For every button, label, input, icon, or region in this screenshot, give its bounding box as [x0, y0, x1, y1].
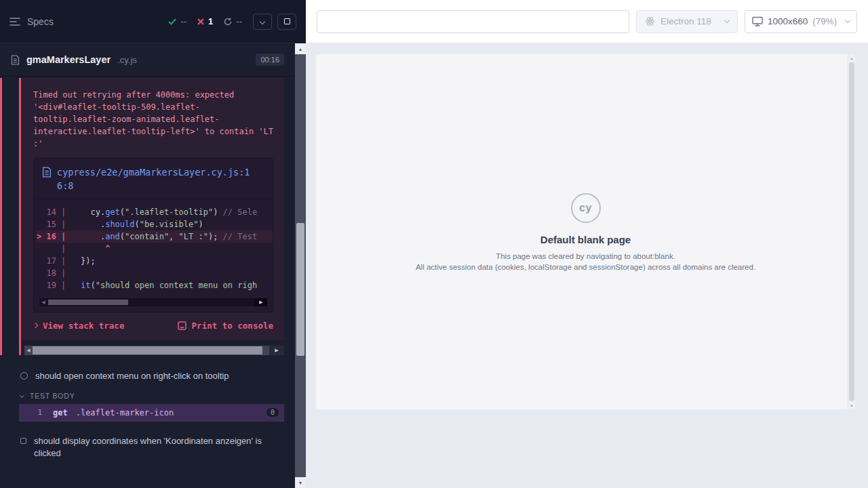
aut-iframe-panel: cy Default blank page This page was clea…: [316, 54, 855, 409]
runner-header: Electron 118 1000x660 (79%): [306, 0, 868, 43]
spec-duration-badge: 00:16: [256, 54, 284, 66]
aut-vertical-scrollbar[interactable]: ▲ ▼: [848, 54, 855, 409]
x-icon: [197, 18, 204, 25]
reporter-header: Specs -- 1 --: [0, 0, 306, 43]
error-actions: View stack trace Print to console: [33, 321, 273, 331]
stop-icon: [284, 18, 290, 24]
viewport-selector[interactable]: 1000x660 (79%): [745, 10, 857, 33]
aut-scrollbar-thumb[interactable]: [849, 62, 854, 401]
spec-name: gmaMarkersLayer: [26, 54, 111, 65]
blank-page-title: Default blank page: [540, 234, 631, 245]
code-frame-file-link[interactable]: cypress/e2e/gmaMarkersLayer.cy.js:16:8: [34, 159, 273, 199]
command-message: .leaflet-marker-icon: [76, 408, 174, 418]
print-console-label: Print to console: [192, 321, 273, 331]
test-body-label: TEST BODY: [30, 392, 75, 400]
chevron-down-icon: [20, 393, 24, 398]
stat-passed: --: [168, 16, 186, 26]
pending-count: --: [236, 16, 242, 26]
cypress-app: Specs -- 1 --: [0, 0, 868, 488]
specs-list-icon: [9, 17, 20, 26]
attempt-scrollbar-thumb[interactable]: [33, 346, 262, 354]
stack-trace-label: View stack trace: [43, 321, 124, 331]
failed-count: 1: [208, 16, 213, 26]
stat-pending: --: [224, 16, 242, 26]
passed-count: --: [180, 16, 186, 26]
reporter-sidebar: Specs -- 1 --: [0, 0, 306, 488]
test-running-icon: [20, 372, 28, 380]
default-blank-page: cy Default blank page This page was clea…: [316, 54, 855, 409]
print-console-icon: [178, 321, 186, 330]
test-list: should open context menu on right-click …: [0, 366, 295, 464]
collapse-all-button[interactable]: [253, 14, 272, 30]
error-panel: Timed out retrying after 4000ms: expecte…: [21, 78, 284, 340]
test-body-header[interactable]: TEST BODY: [20, 392, 295, 400]
code-frame: cypress/e2e/gmaMarkersLayer.cy.js:16:8 1…: [33, 158, 273, 312]
failed-attempt: Timed out retrying after 4000ms: expecte…: [0, 77, 295, 355]
specs-menu-button[interactable]: Specs: [9, 16, 54, 27]
reporter-controls: [253, 14, 296, 30]
scroll-right-icon[interactable]: ▶: [255, 298, 267, 306]
url-input[interactable]: [317, 10, 629, 33]
cypress-logo: cy: [571, 193, 601, 223]
scroll-left-icon[interactable]: ◀: [24, 348, 33, 353]
spec-file-icon: [11, 55, 20, 65]
check-icon: [168, 18, 176, 25]
electron-icon: [645, 16, 655, 26]
scroll-up-icon[interactable]: ▲: [848, 54, 855, 62]
command-log-row[interactable]: 1 get .leaflet-marker-icon 0: [19, 404, 284, 422]
stat-failed: 1: [197, 16, 213, 26]
view-stack-trace-button[interactable]: View stack trace: [33, 321, 124, 331]
monitor-icon: [752, 16, 763, 26]
test-title: should open context menu on right-click …: [35, 370, 229, 382]
file-icon: [42, 167, 52, 178]
chevron-right-icon: [33, 323, 38, 328]
stop-button[interactable]: [277, 14, 296, 30]
specs-label: Specs: [27, 16, 54, 27]
reporter-vertical-scrollbar[interactable]: ▲ ▼: [295, 43, 306, 488]
code-lines: 14 | cy.get(".leaflet-tooltip") // Sele …: [34, 199, 273, 293]
chevron-down-icon: [724, 18, 730, 23]
spec-extension: .cy.js: [117, 55, 137, 65]
file-link-text: cypress/e2e/gmaMarkersLayer.cy.js:16:8: [57, 165, 255, 193]
test-row-queued[interactable]: should display coordinates when 'Koordin…: [0, 431, 295, 464]
print-to-console-button[interactable]: Print to console: [178, 321, 273, 331]
test-row-active[interactable]: should open context menu on right-click …: [0, 366, 295, 386]
viewport-scale: (79%): [812, 16, 837, 26]
scroll-down-icon[interactable]: ▼: [848, 402, 855, 409]
code-horizontal-scrollbar[interactable]: ◀ ▶: [39, 298, 267, 306]
browser-selector[interactable]: Electron 118: [636, 10, 738, 33]
error-message: Timed out retrying after 4000ms: expecte…: [33, 89, 273, 150]
code-scrollbar-thumb[interactable]: [48, 300, 128, 305]
test-stats: -- 1 --: [168, 16, 242, 26]
scroll-left-icon[interactable]: ◀: [39, 298, 47, 306]
blank-page-line1: This page was cleared by navigating to a…: [496, 252, 675, 260]
browser-label: Electron 118: [660, 16, 711, 26]
command-method: get: [53, 408, 68, 418]
reporter-scrollbar-thumb[interactable]: [296, 223, 304, 356]
command-number: 1: [19, 408, 42, 417]
viewport-size: 1000x660: [768, 16, 808, 26]
scroll-up-icon[interactable]: ▲: [295, 43, 306, 54]
spec-header[interactable]: gmaMarkersLayer .cy.js 00:16: [0, 43, 295, 77]
command-badge: 0: [267, 408, 279, 417]
runner-main: Electron 118 1000x660 (79%) cy Default b…: [306, 0, 868, 488]
blank-page-line2: All active session data (cookies, localS…: [416, 263, 755, 271]
reporter-body: gmaMarkersLayer .cy.js 00:16 Timed out r…: [0, 43, 295, 464]
scroll-down-icon[interactable]: ▼: [295, 477, 306, 488]
test-title: should display coordinates when 'Koordin…: [34, 435, 270, 460]
chevron-down-icon: [260, 18, 265, 24]
scroll-right-icon[interactable]: ▶: [269, 346, 284, 355]
attempt-horizontal-scrollbar[interactable]: ◀ ▶: [24, 346, 284, 355]
test-queued-icon: [20, 438, 26, 444]
restart-icon: [224, 18, 232, 26]
chevron-down-icon: [845, 18, 850, 23]
